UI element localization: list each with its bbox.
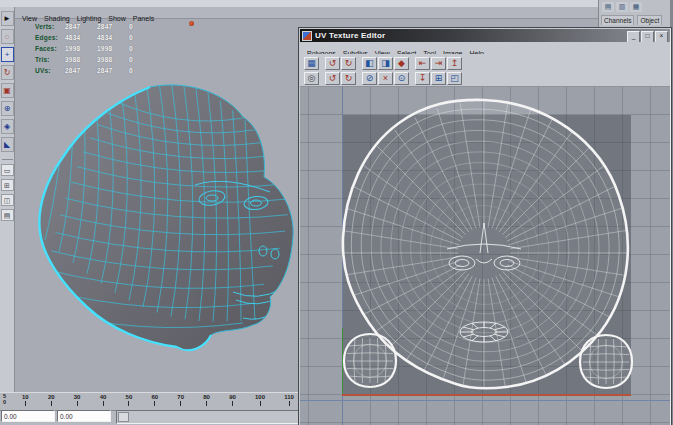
uv-toolbar-row-2: ◎↺↻⊘×⊙↧⊞◰: [304, 71, 670, 86]
flip-v-icon[interactable]: ◨: [378, 57, 393, 70]
align-max-v-icon[interactable]: ↥: [447, 57, 462, 70]
hud-label: UVs:: [35, 67, 51, 74]
channel-box-panel: ▤▥▦ ChannelsObject: [598, 0, 673, 27]
hud-other: 0: [129, 56, 133, 63]
hud-total: 2847: [65, 23, 80, 30]
hud-total: 2847: [65, 67, 80, 74]
hud-total: 3988: [65, 56, 80, 63]
uv-editor-window-icon: [302, 31, 312, 41]
rotate-cw-icon[interactable]: ↻: [341, 72, 356, 85]
locator-dot: [189, 21, 194, 26]
merge-uvs-icon[interactable]: ⊙: [394, 72, 409, 85]
poly-count-hud: Verts: 2847 2847 0 Edges: 4834 4834 0 Fa…: [35, 23, 165, 78]
single-pane-layout[interactable]: ▭: [1, 164, 14, 176]
hud-row-uvs: UVs: 2847 2847 0: [35, 67, 165, 78]
uv-texture-editor-window: UV Texture Editor _□× PolygonsSubdivsVie…: [298, 27, 672, 425]
uv-editor-title: UV Texture Editor: [315, 31, 385, 40]
rotate-ccw-icon[interactable]: ↺: [325, 72, 340, 85]
sew-uvs-icon[interactable]: ×: [378, 72, 393, 85]
split-pane-layout[interactable]: ◫: [1, 194, 14, 206]
hud-other: 0: [129, 34, 133, 41]
lasso-tool[interactable]: ◌: [1, 29, 14, 44]
hud-selected: 4834: [97, 34, 112, 41]
time-tick[interactable]: 70: [177, 393, 184, 410]
hud-total: 4834: [65, 34, 80, 41]
time-field[interactable]: 0.00: [57, 410, 111, 422]
range-slider[interactable]: [116, 410, 300, 424]
paint-tool[interactable]: ◣: [1, 137, 14, 152]
four-pane-layout[interactable]: ⊞: [1, 179, 14, 191]
time-tick[interactable]: 100: [255, 393, 265, 410]
toolbox: ►◌+↻▣⊕◈◣ ▭⊞◫▤: [0, 7, 15, 392]
scale-tool[interactable]: ▣: [1, 83, 14, 98]
time-fields: 0.000.00: [1, 410, 111, 422]
hud-selected: 3988: [97, 56, 112, 63]
manipulator-tool[interactable]: ⊕: [1, 101, 14, 116]
hud-other: 0: [129, 67, 133, 74]
hud-row-verts: Verts: 2847 2847 0: [35, 23, 165, 34]
ruler-start-bottom: 0: [3, 399, 6, 405]
move-uv-shell-icon[interactable]: ↺: [325, 57, 340, 70]
time-ticks: 102030405060708090100110: [22, 393, 294, 410]
align-min-v-icon[interactable]: ↧: [415, 72, 430, 85]
time-ruler[interactable]: 5 0 102030405060708090100110: [0, 392, 300, 411]
align-max-u-icon[interactable]: ⇥: [431, 57, 446, 70]
time-tick[interactable]: 50: [126, 393, 133, 410]
hud-row-edges: Edges: 4834 4834 0: [35, 34, 165, 45]
cut-uvs-icon[interactable]: ⊘: [362, 72, 377, 85]
channel-tab[interactable]: Channels: [601, 15, 634, 25]
rotate-tool[interactable]: ↻: [1, 65, 14, 80]
hud-selected: 1998: [97, 45, 112, 52]
show-attr-editor-icon[interactable]: ▤: [602, 2, 614, 12]
hud-row-tris: Tris: 3988 3988 0: [35, 56, 165, 67]
range-slider-handle[interactable]: [118, 412, 129, 422]
toolbox-divider: [2, 159, 13, 160]
flip-u-icon[interactable]: ◧: [362, 57, 377, 70]
time-slider: 5 0 102030405060708090100110 0.000.00: [0, 392, 300, 425]
panel-toggle-icons: ▤▥▦: [602, 2, 642, 12]
time-tick[interactable]: 90: [229, 393, 236, 410]
time-tick[interactable]: 40: [100, 393, 107, 410]
select-tool[interactable]: ►: [1, 11, 14, 26]
ruler-start-labels: 5 0: [3, 393, 6, 405]
hud-label: Faces:: [35, 45, 57, 52]
hud-label: Verts:: [35, 23, 54, 30]
align-min-u-icon[interactable]: ⇤: [415, 57, 430, 70]
hud-label: Tris:: [35, 56, 50, 63]
hud-row-faces: Faces: 1998 1998 0: [35, 45, 165, 56]
cycle-uvs-icon[interactable]: ◆: [394, 57, 409, 70]
channel-box-tabs: ChannelsObject: [601, 15, 662, 25]
show-tool-settings-icon[interactable]: ▥: [616, 2, 628, 12]
time-field[interactable]: 0.00: [1, 410, 55, 422]
uv-shells-wireframe: [300, 87, 670, 425]
move-tool[interactable]: +: [1, 47, 14, 62]
rotate-uv-shell-icon[interactable]: ↻: [341, 57, 356, 70]
hud-label: Edges:: [35, 34, 58, 41]
hud-total: 1998: [65, 45, 80, 52]
hud-other: 0: [129, 45, 133, 52]
show-channel-box-icon[interactable]: ▦: [630, 2, 642, 12]
uv-canvas[interactable]: [300, 87, 670, 425]
zoom-selected-icon[interactable]: ◎: [304, 72, 319, 85]
uv-editor-toolbar: ▦↺↻◧◨◆⇤⇥↥ ◎↺↻⊘×⊙↧⊞◰: [300, 54, 670, 87]
time-tick[interactable]: 20: [48, 393, 55, 410]
uv-toolbar-row-1: ▦↺↻◧◨◆⇤⇥↥: [304, 56, 670, 71]
layout-uvs-icon[interactable]: ◰: [447, 72, 462, 85]
channel-tab[interactable]: Object: [637, 15, 662, 25]
time-tick[interactable]: 80: [203, 393, 210, 410]
hud-selected: 2847: [97, 67, 112, 74]
checker-map-icon[interactable]: ▦: [304, 57, 319, 70]
uv-editor-titlebar[interactable]: UV Texture Editor _□×: [300, 29, 670, 42]
maya-application: ►◌+↻▣⊕◈◣ ▭⊞◫▤ ViewShadingLightingShowPan…: [0, 0, 673, 425]
hud-other: 0: [129, 23, 133, 30]
outliner-pane-layout[interactable]: ▤: [1, 209, 14, 221]
grid-icon[interactable]: ⊞: [431, 72, 446, 85]
time-tick[interactable]: 30: [74, 393, 81, 410]
time-tick[interactable]: 110: [284, 393, 294, 410]
time-tick[interactable]: 10: [22, 393, 29, 410]
hud-selected: 2847: [97, 23, 112, 30]
soft-mod-tool[interactable]: ◈: [1, 119, 14, 134]
time-tick[interactable]: 60: [151, 393, 158, 410]
